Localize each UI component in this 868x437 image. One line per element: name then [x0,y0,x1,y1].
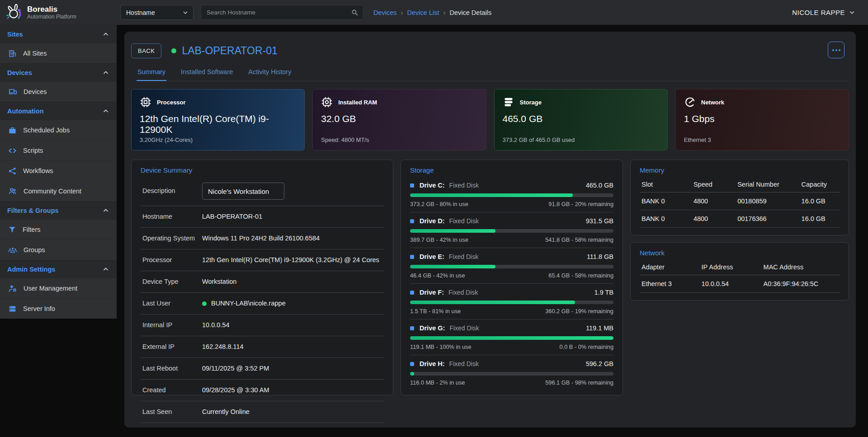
breadcrumb: Devices › Device List › Device Details [373,9,491,16]
chevron-up-icon [102,207,109,214]
memory-row: BANK 0 4800 00180859 16.0 GB [640,193,840,210]
drive-bullet-icon [410,362,414,366]
tab-bar: Summary Installed Software Activity Hist… [137,68,849,81]
borealis-bunny-logo-icon [5,3,24,22]
sidebar-section-label: Sites [7,31,23,38]
device-summary-panel: Device Summary Description Hostname LAB-… [131,160,393,395]
summary-row-last-user: Last User BUNNY-LAB\nicole.rappe [141,293,384,315]
sidebar-section-label: Filters & Groups [7,207,59,214]
dot-icon [839,49,840,51]
sidebar-section-automation[interactable]: Automation [0,102,117,120]
memory-panel: Memory Slot Speed Serial Number Capacity [630,160,849,235]
sidebar-item-label: Scheduled Jobs [23,127,70,134]
dot-icon [835,49,837,51]
network-card: Network 1 Gbps Ethernet 3 [675,89,849,150]
card-label: Installed RAM [338,99,377,106]
panel-title: Storage [410,166,613,174]
drive-row-d: Drive D: Fixed Disk 931.5 GB 389.7 GB - … [410,212,613,248]
filter-funnel-icon [8,226,16,234]
drive-bullet-icon [410,219,414,223]
back-button[interactable]: BACK [131,43,161,58]
drive-usage-bar [410,301,613,304]
summary-row-processor: Processor 12th Gen Intel(R) Core(TM) i9-… [141,249,384,271]
sidebar-item-label: Community Content [24,188,81,195]
drive-usage-bar [410,265,613,268]
summary-row-device-type: Device Type Workstation [141,271,384,293]
sidebar-item-label: Groups [24,246,45,254]
sidebar-item-all-sites[interactable]: All Sites [0,43,117,63]
network-table: Adapter IP Address MAC Address Ethernet … [640,259,840,293]
card-value: 12th Gen Intel(R) Core(TM) i9-12900K [140,113,296,135]
sidebar-section-sites[interactable]: Sites [0,25,117,43]
sidebar-item-filters[interactable]: Filters [0,219,117,240]
more-options-button[interactable] [828,42,844,58]
drive-remaining: 596.1 GB - 98% remaining [545,379,613,386]
sidebar-item-server-info[interactable]: Server Info [0,298,117,319]
summary-row-last-reboot: Last Reboot 09/11/2025 @ 3:52 PM [141,358,384,380]
brand-text: Borealis Automation Platform [27,5,76,20]
server-icon [8,305,17,313]
sidebar-item-scheduled-jobs[interactable]: Scheduled Jobs [0,120,117,140]
search-input[interactable] [207,9,351,16]
drive-row-e: Drive E: Fixed Disk 111.8 GB 46.4 GB - 4… [410,248,613,284]
online-status-dot [171,48,176,53]
disk-stack-icon [503,96,514,108]
drive-usage-bar [410,336,613,340]
sidebar-item-devices[interactable]: Devices [0,81,117,102]
sidebar-item-scripts[interactable]: Scripts [0,140,117,160]
brand-tagline: Automation Platform [27,14,76,20]
ram-card: Installed RAM 32.0 GB Speed: 4800 MT/s [312,89,486,150]
network-row: Ethernet 3 10.0.0.54 A0:36:9F:94:26:5C [640,275,840,293]
speedometer-icon [684,96,696,108]
search-field-select[interactable]: Hostname [120,5,193,20]
brand-logo-block[interactable]: Borealis Automation Platform [0,0,117,25]
sidebar-item-user-management[interactable]: User Management [0,278,117,298]
tab-installed-software[interactable]: Installed Software [180,68,234,81]
card-value: 465.0 GB [503,113,659,124]
card-sub: 373.2 GB of 465.0 GB used [503,136,659,143]
sidebar-section-admin-settings[interactable]: Admin Settings [0,260,117,278]
sidebar-item-label: Server Info [23,305,55,312]
drive-remaining: 91.8 GB - 20% remaining [548,201,613,207]
sidebar: Borealis Automation Platform Sites All S… [0,0,117,319]
tab-summary[interactable]: Summary [137,68,166,81]
description-input[interactable] [202,183,284,200]
card-value: 1 Gbps [684,113,840,124]
title-row: BACK LAB-OPERATOR-01 [131,43,849,58]
drive-used: 389.7 GB - 42% in use [410,236,468,243]
card-sub: Ethernet 3 [684,136,840,143]
tab-activity-history[interactable]: Activity History [247,68,292,81]
sidebar-section-devices[interactable]: Devices [0,63,117,81]
chevron-down-icon [182,9,189,16]
sidebar-item-groups[interactable]: Groups [0,240,117,260]
chevron-up-icon [102,31,109,38]
sidebar-section-label: Automation [7,108,44,115]
card-sub: 3.20GHz (24-Cores) [140,136,296,143]
summary-row-last-seen: Last Seen Currently Online [141,401,384,423]
drive-bullet-icon [410,291,414,295]
drive-remaining: 541.8 GB - 58% remaining [545,236,613,243]
sidebar-item-label: Filters [23,226,40,233]
brand-name: Borealis [27,5,76,14]
breadcrumb-device-list[interactable]: Device List [407,9,439,16]
drive-remaining: 360.2 GB - 19% remaining [545,308,613,315]
sidebar-item-community-content[interactable]: Community Content [0,181,117,201]
search-icon[interactable] [351,9,359,16]
breadcrumb-separator: › [443,9,446,16]
device-details-page: BACK LAB-OPERATOR-01 Summary Installed S… [124,32,856,428]
drive-remaining: 65.4 GB - 58% remaining [548,272,613,279]
devices-icon [8,87,17,96]
summary-row-operating-system: Operating System Windows 11 Pro 24H2 Bui… [141,228,384,249]
sidebar-item-workflows[interactable]: Workflows [0,160,117,181]
code-icon [8,146,17,155]
building-icon [8,49,17,58]
sidebar-item-label: Scripts [23,147,43,154]
sidebar-section-filters-groups[interactable]: Filters & Groups [0,201,117,219]
briefcase-icon [8,126,17,135]
drive-bullet-icon [410,326,414,330]
user-menu[interactable]: NICOLE RAPPE [792,9,855,16]
summary-row-created: Created 09/28/2025 @ 3:30 AM [141,380,384,401]
sidebar-item-label: All Sites [23,50,47,57]
breadcrumb-devices[interactable]: Devices [373,9,397,16]
panel-title: Memory [640,166,840,174]
